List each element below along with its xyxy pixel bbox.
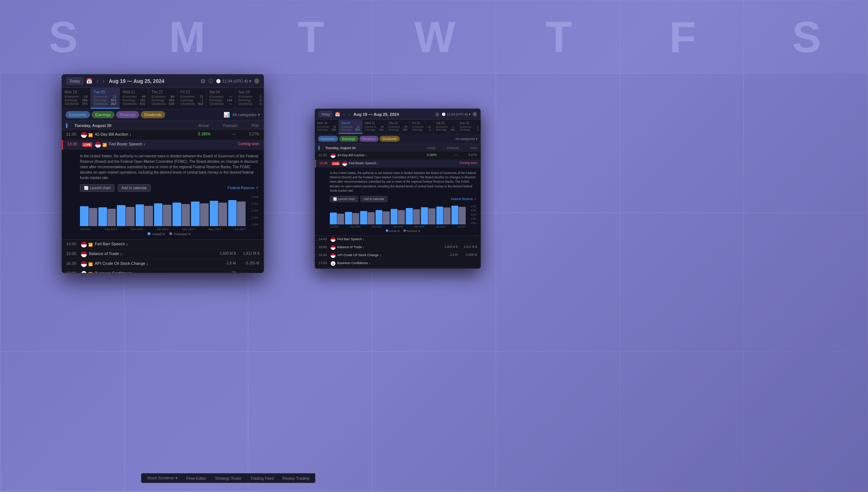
day-mon19[interactable]: Mon 19 Economic18 Earnings286 Dividends3… (62, 88, 91, 109)
bar-group (210, 201, 227, 226)
event-flags (331, 237, 335, 242)
window2-day-tue[interactable]: Tue 20 Economic21 Earnings571 (339, 120, 362, 134)
bg-day-t2: T (496, 1, 620, 73)
settings-icon[interactable]: ⚙ (200, 78, 205, 85)
source-link[interactable]: Federal Reserve ↗ (227, 186, 258, 190)
event-row-barr[interactable]: 14:45 📶 Fed Barr Speech ↓ (62, 240, 264, 250)
day-stat: Earnings571 (341, 128, 360, 131)
all-categories-dropdown[interactable]: All categories ▾ (233, 113, 260, 117)
window2-event-trade[interactable]: 15:00 Balance of Trade ↓ 1,600 M $ 1,911… (315, 243, 481, 251)
event-time: 15:00 (319, 245, 329, 249)
launch-chart-button[interactable]: 📈 Launch chart (80, 184, 115, 192)
event-row-bill-auction[interactable]: 11:30 📶 42-Day Bill Auction ↓ 5.185% — 5… (62, 130, 264, 140)
event-time: 11:30 (66, 132, 79, 136)
window2-event-barr[interactable]: 14:45 Fed Barr Speech ↓ (315, 236, 481, 243)
bar-actual (173, 203, 181, 226)
window2-day-fri[interactable]: Fri 23 Economic21 Earnings1 (410, 120, 434, 134)
flow-editor-btn[interactable]: Flow Editor (186, 476, 206, 480)
window2-col-headers: Actual Forecast Prior (427, 146, 477, 149)
column-headers: Actual Forecast Prior (199, 124, 259, 128)
day-sun25[interactable]: Sun 25 Economic2 Earnings5 Dividends3 (235, 88, 264, 109)
window2-day-mon[interactable]: Mon 19 Economic18 Earnings286 (315, 120, 339, 134)
event-forecast: -2.8 M (443, 253, 458, 256)
window2-today[interactable]: Today (319, 111, 333, 117)
window2-day-sun[interactable]: Sun 25 Economic2 Earnings5 (457, 120, 480, 134)
window2-next[interactable]: › (347, 111, 351, 117)
col-actual: Actual (427, 146, 435, 149)
window2-close[interactable] (473, 112, 477, 116)
window2-settings[interactable]: ⚙ (435, 111, 439, 117)
flag-us (331, 237, 335, 242)
event-actual: 5.185% (192, 132, 210, 136)
add-to-calendar-button[interactable]: Add to calendar (118, 184, 151, 192)
close-button[interactable] (254, 79, 259, 84)
window2-event-balance2[interactable]: 19:00 Balance of Trade ↓ -328.723 S 214.… (315, 268, 481, 268)
event-row-trade[interactable]: 15:00 Balance of Trade ↓ 1,600 M $ 1,911… (62, 250, 264, 259)
window2-tab-revenue[interactable]: Revenue (359, 136, 379, 141)
day-stat: Economic— (436, 126, 455, 128)
stock-screener-btn[interactable]: Stock Screener ▾ (147, 476, 178, 480)
bar-group (154, 203, 171, 226)
tab-earnings[interactable]: Earnings (92, 111, 114, 118)
next-arrow[interactable]: › (101, 77, 106, 85)
legend-forecast-dot (169, 232, 172, 235)
day-sat24[interactable]: Sat 24 Economic— Earnings146 Dividends— (207, 88, 235, 109)
window2-event-confidence[interactable]: 17:00 ● Business Confidence ↓ (315, 259, 481, 267)
bg-cell (1, 352, 124, 491)
window2-add-calendar[interactable]: Add to calendar (360, 196, 387, 202)
replay-trading-btn[interactable]: Replay Trading (282, 476, 309, 480)
bar-group (191, 202, 208, 226)
window2-day-thu[interactable]: Thu 22 Economic66 Earnings263 (386, 120, 410, 134)
flag-jp: ● (81, 271, 87, 273)
prev-arrow[interactable]: ‹ (95, 77, 100, 85)
day-wed21[interactable]: Wed 21 Economic49 Earnings161 Dividends6… (120, 88, 149, 109)
window2-event-bill[interactable]: 11:30 40-Day Bill Auction ↓ 5.185% — 5.2… (315, 152, 481, 160)
day-stat: Earnings263 (388, 128, 407, 131)
window2-tab-economic[interactable]: Economic (318, 136, 338, 141)
window2-source[interactable]: Federal Reserve ↗ (451, 197, 476, 200)
day-fri23[interactable]: Fri 23 Economic21 Earnings1 Dividends502 (178, 88, 207, 109)
flag-us (81, 251, 87, 257)
flag-us (95, 142, 101, 148)
chart-toggle-icon[interactable]: 📊 (224, 112, 230, 118)
window2-all-categories[interactable]: All categories ▾ (455, 137, 478, 141)
window2-launch-chart[interactable]: 📈 Launch chart (330, 196, 358, 202)
today-button[interactable]: Today (66, 77, 83, 85)
trading-feed-btn[interactable]: Trading Feed (250, 476, 274, 480)
window2-event-crude[interactable]: 16:30 API Crude Oil Stock Change ↓ -2.8 … (315, 251, 481, 259)
day-stat: Dividends— (209, 102, 232, 106)
tab-revenue[interactable]: Revenue (116, 111, 139, 118)
window2-day-wed[interactable]: Wed 21 Economic49 Earnings161 (362, 120, 386, 134)
event-prior: 1,911 M $ (464, 245, 477, 248)
window2-cal-icon[interactable]: 📅 (335, 112, 340, 116)
event-values: 1,600 M $ 1,911 M $ (192, 251, 259, 255)
strategy-tester-btn[interactable]: Strategy Tester (215, 476, 242, 480)
window2-tab-earnings[interactable]: Earnings (339, 136, 358, 141)
info-icon[interactable]: ⓘ (208, 78, 213, 84)
event-forecast: -2.8 M (218, 261, 236, 265)
dropdown-icon[interactable]: ▾ (249, 79, 251, 84)
window2-tab-dividends[interactable]: Dividends (379, 136, 400, 141)
day-stat: Economic2 (460, 126, 478, 128)
flag-us (81, 242, 87, 247)
event-prior: -5.205 M (243, 261, 259, 265)
event-row-business-confidence[interactable]: 17:00 ● 📶 Business Confidence ↓ 73 (62, 269, 264, 273)
event-forecast: 1,600 M $ (218, 251, 236, 255)
event-time: 16:30 (66, 261, 79, 266)
day-thu22[interactable]: Thu 22 Economic66 Earnings263 Dividends5… (149, 88, 178, 109)
flag-us (331, 253, 335, 258)
tab-economic[interactable]: Economic (65, 111, 90, 118)
event-prior: 5.27% (464, 153, 477, 156)
day-tue20[interactable]: Tue 20 Economic21 Earnings571 Dividends2… (91, 88, 120, 109)
window2-event-bostic[interactable]: 13:35 LIVE Fed Bostic Speech ↓ Coming so… (315, 160, 481, 167)
event-row-bostic[interactable]: 13:35 LIVE 📶 Fed Bostic Speech ↓ Coming … (62, 140, 264, 150)
window2-day-sat[interactable]: Sat 24 Economic— Earnings146 (434, 120, 458, 134)
day-stat: Dividends631 (123, 102, 145, 106)
tab-dividends[interactable]: Dividends (141, 111, 165, 118)
flag-jp: ● (331, 261, 335, 266)
event-row-crude-oil[interactable]: 16:30 📶 API Crude Oil Stock Change ↓ -2.… (62, 259, 264, 269)
day-stat: Earnings161 (123, 98, 145, 102)
live-badge: LIVE (332, 162, 340, 165)
calendar-icon[interactable]: 📅 (86, 78, 92, 84)
window2-prev[interactable]: ‹ (342, 111, 346, 117)
